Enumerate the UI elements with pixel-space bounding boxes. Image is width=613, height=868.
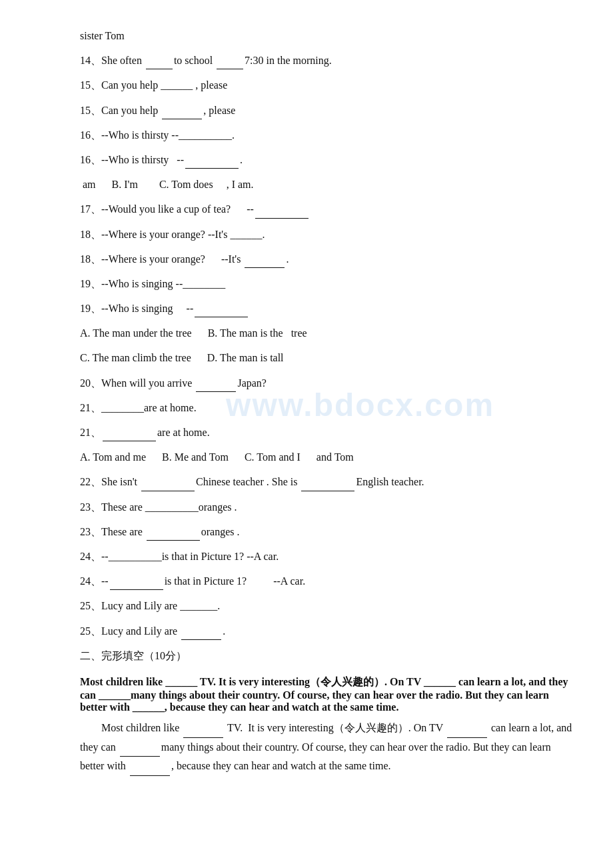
- q15-text: 15、Can you help , please: [80, 105, 235, 116]
- q20-opts-text: 21、________are at home.: [80, 402, 197, 413]
- q20-text: 20、When will you arrive Japan?: [80, 377, 267, 389]
- section2-text: Most children like ______ TV. It is very…: [80, 676, 568, 713]
- q23-opts-text: 24、--__________is that in Picture 1? --A…: [80, 551, 279, 562]
- q16-text: 16、--Who is thirsty --.: [80, 154, 243, 165]
- q14-opts-text: 15、Can you help ______ , please: [80, 79, 227, 91]
- q18-line: 18、--Where is your orange? --It's .: [80, 250, 573, 268]
- q22-text: 22、She isn't Chinese teacher . She is En…: [80, 476, 424, 487]
- q21-options: A. Tom and me B. Me and Tom C. Tom and I…: [80, 448, 573, 466]
- q17-options: 18、--Where is your orange? --It's ______…: [80, 225, 573, 243]
- q24-opts-text: 25、Lucy and Lily are _______.: [80, 600, 220, 611]
- q25-opts-text: 二、完形填空（10分）: [80, 650, 187, 661]
- q19-opts-a-text: A. The man under the tree B. The man is …: [80, 327, 307, 339]
- q17-opts-text: 18、--Where is your orange? --It's ______…: [80, 229, 265, 240]
- q16-line: 16、--Who is thirsty --.: [80, 151, 573, 169]
- q19-line: 19、--Who is singing --: [80, 299, 573, 317]
- q15-line: 15、Can you help , please: [80, 101, 573, 119]
- q22-line: 22、She isn't Chinese teacher . She is En…: [80, 473, 573, 491]
- q23-line: 23、These are oranges .: [80, 523, 573, 541]
- q21-line: 21、are at home.: [80, 423, 573, 441]
- q15-options: 16、--Who is thirsty --__________.: [80, 126, 573, 144]
- q25-text: 25、Lucy and Lily are .: [80, 625, 225, 637]
- q18-options: 19、--Who is singing --________: [80, 275, 573, 293]
- q16-opts-text: am B. I'm C. Tom does , I am.: [80, 179, 254, 190]
- section2-title: Most children like ______ TV. It is very…: [80, 675, 573, 713]
- q19-text: 19、--Who is singing --: [80, 303, 249, 314]
- q24-text: 24、--is that in Picture 1? --A car.: [80, 575, 305, 587]
- sister-tom-line: sister Tom: [80, 27, 573, 45]
- q19-opts-c-text: C. The man climb the tree D. The man is …: [80, 352, 284, 363]
- q16-options: am B. I'm C. Tom does , I am.: [80, 175, 573, 193]
- passage-content: Most children like TV. It is very intere…: [80, 722, 572, 772]
- sister-tom-text: sister Tom: [80, 30, 125, 41]
- q25-options: 二、完形填空（10分）: [80, 647, 573, 665]
- q22-options: 23、These are __________oranges .: [80, 498, 573, 516]
- passage-text: Most children like TV. It is very intere…: [80, 719, 573, 776]
- q19-opts-c: C. The man climb the tree D. The man is …: [80, 349, 573, 367]
- q18-opts-text: 19、--Who is singing --________: [80, 278, 225, 289]
- q15-opts-text: 16、--Who is thirsty --__________.: [80, 129, 235, 141]
- q14-text: 14、She often to school 7:30 in the morni…: [80, 55, 332, 66]
- q23-options: 24、--__________is that in Picture 1? --A…: [80, 547, 573, 565]
- q17-text: 17、--Would you like a cup of tea? --: [80, 203, 310, 215]
- q23-text: 23、These are oranges .: [80, 526, 240, 537]
- q22-opts-text: 23、These are __________oranges .: [80, 501, 237, 513]
- q17-line: 17、--Would you like a cup of tea? --: [80, 200, 573, 218]
- q18-text: 18、--Where is your orange? --It's .: [80, 253, 289, 265]
- q24-line: 24、--is that in Picture 1? --A car.: [80, 572, 573, 590]
- q20-line: 20、When will you arrive Japan?: [80, 374, 573, 392]
- q14-line: 14、She often to school 7:30 in the morni…: [80, 51, 573, 69]
- q21-opts-text: A. Tom and me B. Me and Tom C. Tom and I…: [80, 451, 354, 463]
- q20-options: 21、________are at home.: [80, 399, 573, 417]
- q14-options: 15、Can you help ______ , please: [80, 76, 573, 94]
- q21-text: 21、are at home.: [80, 427, 210, 438]
- q25-line: 25、Lucy and Lily are .: [80, 622, 573, 640]
- q24-options: 25、Lucy and Lily are _______.: [80, 597, 573, 615]
- q19-opts-a: A. The man under the tree B. The man is …: [80, 324, 573, 342]
